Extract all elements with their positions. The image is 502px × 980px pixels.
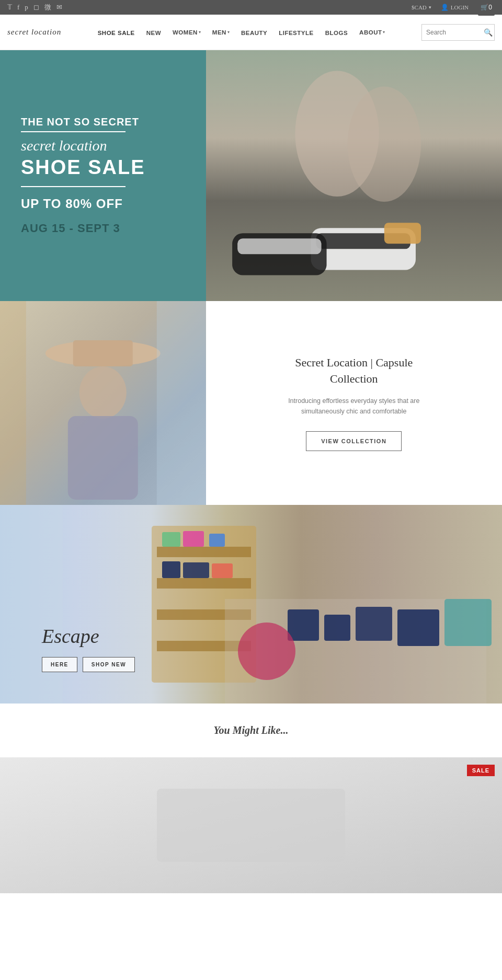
escape-section: Escape HERE SHOP NEW	[0, 505, 502, 704]
capsule-section: Secret Location | Capsule Collection Int…	[0, 301, 502, 505]
site-logo[interactable]: secret location	[7, 28, 61, 37]
nav-item-blogs[interactable]: BLOGS	[325, 28, 348, 37]
currency-chevron: ▾	[429, 5, 431, 10]
beauty-link[interactable]: BEAUTY	[241, 30, 267, 36]
instagram-icon[interactable]: ◻	[33, 3, 39, 11]
men-chevron-icon: ▾	[227, 30, 230, 34]
capsule-title: Secret Location | Capsule Collection	[295, 355, 413, 387]
main-nav: secret location SHOE SALE NEW WOMEN ▾ ME…	[0, 15, 502, 50]
women-chevron-icon: ▾	[199, 30, 201, 34]
weibo-icon[interactable]: 微	[44, 3, 51, 12]
nav-item-shoe-sale[interactable]: SHOE SALE	[98, 28, 135, 37]
currency-selector[interactable]: $CAD ▾	[412, 4, 431, 10]
cart-count: 0	[488, 4, 492, 11]
escape-heading: Escape	[42, 625, 502, 648]
svg-rect-5	[384, 223, 420, 244]
social-icons: 𝕋 f p ◻ 微 ✉	[7, 3, 62, 12]
svg-rect-13	[0, 301, 26, 505]
svg-rect-14	[157, 301, 206, 505]
nav-item-men[interactable]: MEN ▾	[212, 29, 230, 36]
nav-item-beauty[interactable]: BEAUTY	[241, 28, 267, 37]
svg-rect-12	[68, 416, 138, 500]
product-card-1[interactable]: SALE	[0, 757, 502, 893]
escape-overlay: Escape HERE SHOP NEW	[0, 505, 502, 704]
capsule-person-image	[0, 301, 206, 505]
cart-button[interactable]: 🛒 0	[478, 0, 495, 16]
login-button[interactable]: 👤 LOGIN	[441, 4, 469, 11]
facebook-icon[interactable]: f	[17, 3, 19, 11]
nav-item-about[interactable]: ABOUT ▾	[359, 29, 385, 36]
capsule-description: Introducing effortless everyday styles t…	[281, 396, 427, 417]
capsule-image-panel	[0, 301, 206, 505]
nav-item-lifestyle[interactable]: LIFESTYLE	[279, 28, 313, 37]
blogs-link[interactable]: BLOGS	[325, 30, 348, 36]
hero-tagline: THE NOT SO SECRET	[21, 116, 185, 128]
women-link[interactable]: WOMEN	[173, 29, 198, 36]
social-bar: 𝕋 f p ◻ 微 ✉ $CAD ▾ 👤 LOGIN 🛒 0	[0, 0, 502, 15]
svg-point-2	[347, 87, 420, 202]
nav-item-new[interactable]: NEW	[146, 28, 161, 37]
email-icon[interactable]: ✉	[56, 3, 62, 11]
user-icon: 👤	[441, 4, 449, 11]
cart-icon: 🛒	[481, 4, 488, 11]
hero-left-panel: THE NOT SO SECRET secret location SHOE S…	[0, 50, 206, 301]
hero-divider-1	[21, 131, 126, 132]
hero-dates: AUG 15 - SEPT 3	[21, 222, 185, 235]
svg-rect-10	[73, 340, 133, 366]
hero-divider-2	[21, 186, 126, 187]
might-like-section: You Might Like...	[0, 704, 502, 757]
hero-brand: secret location	[21, 137, 185, 154]
about-link[interactable]: ABOUT	[359, 29, 382, 36]
lifestyle-link[interactable]: LIFESTYLE	[279, 30, 313, 36]
currency-label: $CAD	[412, 4, 427, 10]
search-input[interactable]	[426, 29, 484, 36]
products-row: SALE	[0, 757, 502, 893]
svg-rect-7	[237, 238, 321, 254]
pinterest-icon[interactable]: p	[25, 3, 28, 11]
svg-point-11	[79, 366, 127, 419]
hero-discount: UP TO 80% OFF	[21, 197, 185, 211]
sale-badge: SALE	[467, 765, 495, 776]
might-like-heading: You Might Like...	[10, 724, 492, 736]
hero-shoe-image	[206, 50, 502, 301]
escape-buttons: HERE SHOP NEW	[42, 657, 502, 672]
new-link[interactable]: NEW	[146, 30, 161, 36]
view-collection-button[interactable]: VIEW COLLECTION	[306, 431, 402, 451]
capsule-info-panel: Secret Location | Capsule Collection Int…	[206, 301, 502, 505]
hero-banner: THE NOT SO SECRET secret location SHOE S…	[0, 50, 502, 301]
social-right: $CAD ▾ 👤 LOGIN 🛒 0	[412, 0, 495, 16]
search-box[interactable]: 🔍	[421, 24, 495, 41]
shoe-sale-link[interactable]: SHOE SALE	[98, 30, 135, 36]
men-link[interactable]: MEN	[212, 29, 226, 36]
nav-item-women[interactable]: WOMEN ▾	[173, 29, 201, 36]
escape-here-button[interactable]: HERE	[42, 657, 77, 672]
svg-rect-36	[157, 789, 345, 862]
twitter-icon[interactable]: 𝕋	[7, 3, 12, 11]
hero-right-panel	[206, 50, 502, 301]
nav-links: SHOE SALE NEW WOMEN ▾ MEN ▾ BEAUTY LIFES…	[98, 28, 385, 37]
login-label: LOGIN	[451, 4, 469, 10]
about-chevron-icon: ▾	[383, 30, 385, 34]
escape-shop-new-button[interactable]: SHOP NEW	[83, 657, 135, 672]
search-button[interactable]: 🔍	[484, 28, 493, 37]
hero-title: SHOE SALE	[21, 156, 185, 179]
